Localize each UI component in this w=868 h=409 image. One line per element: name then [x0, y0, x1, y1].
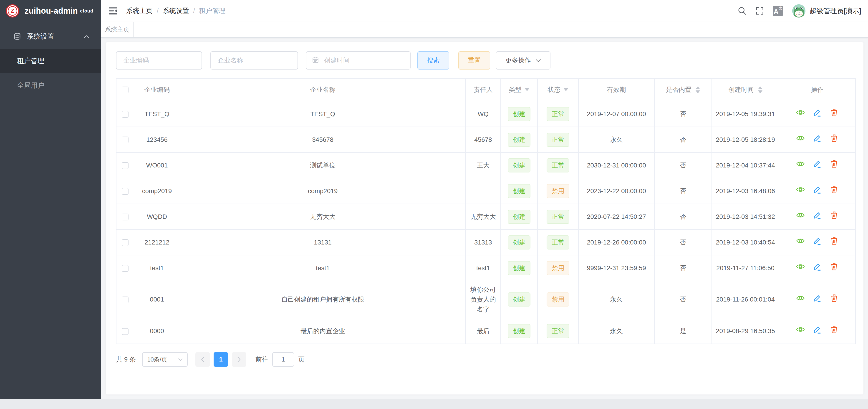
breadcrumb-item[interactable]: 系统设置	[163, 6, 189, 15]
delete-button[interactable]	[830, 185, 839, 194]
cell-status: 正常	[537, 152, 579, 178]
row-checkbox[interactable]	[122, 265, 128, 272]
next-page-button[interactable]	[232, 352, 246, 367]
page-size-select[interactable]: 10条/页	[142, 352, 188, 367]
app-root: Z zuihou-admin cloud 系统设置	[0, 0, 868, 399]
filter-caret-icon[interactable]	[525, 89, 529, 91]
view-button[interactable]	[796, 159, 805, 168]
logo[interactable]: Z zuihou-admin cloud	[0, 0, 101, 22]
pagination: 共 9 条 10条/页 1	[116, 352, 853, 376]
fullscreen-icon[interactable]	[755, 7, 764, 15]
column-label: 类型	[509, 86, 522, 94]
tab-system-home[interactable]: 系统主页	[101, 22, 133, 37]
column-header-actions: 操作	[779, 78, 856, 101]
user-name[interactable]: 超级管理员[演示]	[810, 6, 861, 16]
breadcrumb-item[interactable]: 系统主页	[126, 6, 153, 15]
enterprise-code-input[interactable]	[116, 52, 202, 70]
delete-button[interactable]	[830, 325, 839, 334]
view-button[interactable]	[796, 108, 805, 117]
edit-button[interactable]	[813, 159, 822, 168]
row-checkbox[interactable]	[122, 188, 128, 195]
edit-button[interactable]	[813, 185, 822, 194]
created-time-input[interactable]	[319, 57, 405, 64]
cell-status: 正常	[537, 101, 579, 127]
eye-icon	[796, 159, 805, 168]
row-checkbox[interactable]	[122, 328, 128, 335]
edit-button[interactable]	[813, 236, 822, 245]
row-checkbox[interactable]	[122, 162, 128, 169]
search-button[interactable]: 搜索	[417, 52, 449, 70]
type-tag: 创建	[508, 293, 530, 307]
chevron-down-icon	[535, 59, 541, 62]
delete-button[interactable]	[830, 294, 839, 303]
cell-code: 123456	[134, 127, 180, 152]
cell-created: 2019-12-03 14:51:32	[712, 204, 779, 230]
sidebar-item-global-users[interactable]: 全局用户	[0, 73, 101, 98]
sidebar-group-system-settings[interactable]: 系统设置	[0, 24, 101, 48]
prev-page-button[interactable]	[195, 352, 210, 367]
column-header-select[interactable]	[116, 78, 134, 101]
delete-button[interactable]	[830, 159, 839, 168]
navbar: 系统主页 / 系统设置 / 租户管理 A文	[101, 0, 868, 22]
enterprise-name-input[interactable]	[210, 52, 298, 70]
more-actions-button[interactable]: 更多操作	[496, 52, 551, 70]
delete-button[interactable]	[830, 262, 839, 271]
delete-button[interactable]	[830, 134, 839, 143]
chevron-down-icon	[178, 358, 183, 361]
status-tag: 正常	[547, 210, 569, 224]
table-row: WQDD无穷大大无穷大大创建正常2020-07-22 14:50:27否2019…	[116, 204, 856, 230]
view-button[interactable]	[796, 134, 805, 143]
edit-button[interactable]	[813, 211, 822, 220]
sort-arrows-icon[interactable]	[695, 86, 700, 93]
edit-button[interactable]	[813, 325, 822, 334]
cell-owner: test1	[466, 255, 501, 281]
goto-page-input[interactable]	[272, 352, 294, 367]
row-checkbox[interactable]	[122, 239, 128, 246]
view-button[interactable]	[796, 185, 805, 194]
column-header-created[interactable]: 创建时间	[712, 78, 779, 101]
edit-button[interactable]	[813, 262, 822, 271]
page-number-current[interactable]: 1	[214, 352, 228, 367]
reset-button[interactable]: 重置	[458, 52, 490, 70]
row-checkbox[interactable]	[122, 137, 128, 143]
edit-button[interactable]	[813, 134, 822, 143]
view-button[interactable]	[796, 325, 805, 334]
delete-button[interactable]	[830, 108, 839, 117]
column-header-status[interactable]: 状态	[537, 78, 579, 101]
hamburger-icon[interactable]	[108, 6, 118, 15]
row-checkbox[interactable]	[122, 297, 128, 303]
table-row: 12345634567845678创建正常永久否2019-12-05 18:28…	[116, 127, 856, 152]
cell-validity: 永久	[579, 281, 654, 318]
view-button[interactable]	[796, 236, 805, 245]
cell-code: TEST_Q	[134, 101, 180, 127]
sidebar-item-label: 租户管理	[17, 56, 44, 66]
cell-code: 0001	[134, 281, 180, 318]
edit-button[interactable]	[813, 108, 822, 117]
filter-caret-icon[interactable]	[564, 89, 568, 91]
select-all-checkbox[interactable]	[122, 87, 128, 93]
search-icon[interactable]	[738, 6, 747, 15]
cell-name: 无穷大大	[180, 204, 466, 230]
view-button[interactable]	[796, 294, 805, 303]
row-checkbox[interactable]	[122, 111, 128, 118]
language-icon[interactable]: A文	[773, 6, 783, 16]
app-title: zuihou-admin	[25, 6, 78, 16]
column-header-builtin[interactable]: 是否内置	[654, 78, 712, 101]
sidebar-item-tenant-management[interactable]: 租户管理	[0, 48, 101, 73]
sort-arrows-icon[interactable]	[758, 86, 763, 93]
goto-label: 前往	[255, 355, 268, 364]
edit-button[interactable]	[813, 294, 822, 303]
view-button[interactable]	[796, 262, 805, 271]
column-label: 状态	[548, 86, 560, 94]
row-checkbox[interactable]	[122, 213, 128, 220]
created-time-datepicker[interactable]	[306, 52, 410, 70]
type-tag: 创建	[508, 184, 530, 198]
cell-status: 正常	[537, 127, 579, 152]
cell-builtin: 否	[654, 230, 712, 255]
view-button[interactable]	[796, 211, 805, 220]
cell-type: 创建	[501, 127, 537, 152]
delete-button[interactable]	[830, 211, 839, 220]
delete-button[interactable]	[830, 236, 839, 245]
column-header-type[interactable]: 类型	[501, 78, 537, 101]
avatar[interactable]	[792, 4, 805, 18]
